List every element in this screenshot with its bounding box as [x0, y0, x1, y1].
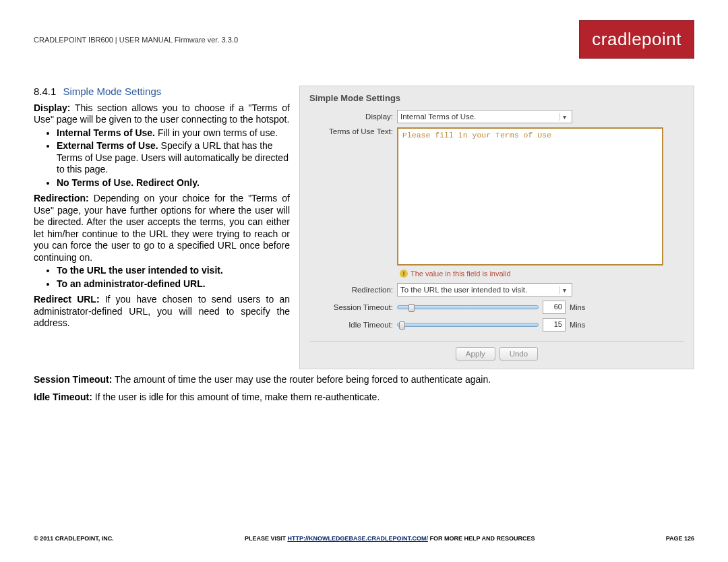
session-timeout-slider[interactable] [397, 305, 539, 309]
redirection-select-value: To the URL the user intended to visit. [400, 286, 527, 294]
settings-panel: Simple Mode Settings Display: Internal T… [299, 86, 694, 369]
opt-internal-desc: Fill in your own terms of use. [155, 127, 278, 138]
opt-external-label: External Terms of Use. [57, 140, 158, 151]
session-timeout-desc: The amount of time the user may use the … [112, 374, 491, 385]
opt-intended-url: To the URL the user intended to visit. [57, 265, 290, 277]
opt-admin-url: To an administrator-defined URL. [57, 278, 290, 290]
mins-unit: Mins [570, 303, 585, 311]
slider-thumb[interactable] [399, 321, 405, 330]
kb-link[interactable]: HTTP://KNOWLEDGEBASE.CRADLEPOINT.COM/ [287, 535, 428, 542]
header-product-text: CRADLEPOINT IBR600 | USER MANUAL Firmwar… [34, 36, 238, 44]
panel-buttons: Apply Undo [309, 341, 684, 361]
idle-timeout-value[interactable]: 15 [543, 318, 566, 332]
idle-timeout-slider[interactable] [397, 323, 539, 327]
footer-center: PLEASE VISIT HTTP://KNOWLEDGEBASE.CRADLE… [114, 535, 666, 542]
terms-of-use-textarea[interactable]: Please fill in your Terms of Use [397, 127, 663, 266]
tou-placeholder: Please fill in your Terms of Use [402, 131, 551, 139]
warning-icon: ! [400, 270, 408, 278]
display-options-list: Internal Terms of Use. Fill in your own … [34, 127, 290, 189]
redirection-select[interactable]: To the URL the user intended to visit. ▾ [397, 283, 572, 296]
apply-button[interactable]: Apply [456, 347, 495, 361]
opt-noterms-label: No Terms of Use. Redirect Only. [57, 177, 200, 188]
redirection-field-label: Redirection: [309, 286, 397, 294]
manual-text-column: 8.4.1Simple Mode Settings Display: This … [34, 86, 290, 369]
redirect-url-label: Redirect URL: [34, 294, 100, 305]
idle-timeout-label: Idle Timeout: [309, 321, 397, 329]
session-timeout-value[interactable]: 60 [543, 301, 566, 314]
page-footer: © 2011 CRADLEPOINT, INC. PLEASE VISIT HT… [34, 535, 694, 542]
section-title: Simple Mode Settings [63, 86, 161, 97]
undo-button[interactable]: Undo [499, 347, 539, 361]
footer-page-number: PAGE 126 [666, 535, 694, 542]
section-heading: 8.4.1Simple Mode Settings [34, 86, 290, 98]
display-field-label: Display: [309, 113, 397, 121]
tou-field-label: Terms of Use Text: [309, 127, 397, 135]
manual-text-full: Session Timeout: The amount of time the … [0, 369, 728, 403]
display-select[interactable]: Internal Terms of Use. ▾ [397, 110, 572, 123]
slider-thumb[interactable] [408, 304, 415, 312]
validation-error: ! The value in this field is invalid [400, 270, 684, 278]
panel-title: Simple Mode Settings [309, 93, 684, 103]
display-desc: This section allows you to choose if a "… [34, 102, 290, 125]
error-text: The value in this field is invalid [411, 270, 511, 278]
session-timeout-label: Session Timeout: [309, 303, 397, 311]
display-label: Display: [34, 102, 70, 113]
opt-internal-label: Internal Terms of Use. [57, 127, 155, 138]
redirection-label: Redirection: [34, 193, 89, 204]
display-select-value: Internal Terms of Use. [400, 113, 476, 121]
brand-logo: cradlepoint [579, 20, 694, 59]
idle-timeout-desc: If the user is idle for this amount of t… [92, 392, 380, 402]
mins-unit: Mins [570, 321, 585, 329]
chevron-down-icon: ▾ [559, 113, 569, 121]
session-timeout-label-text: Session Timeout: [34, 374, 112, 385]
idle-timeout-label-text: Idle Timeout: [34, 392, 92, 402]
page-header: CRADLEPOINT IBR600 | USER MANUAL Firmwar… [34, 20, 694, 59]
section-number: 8.4.1 [34, 86, 56, 97]
redirection-options-list: To the URL the user intended to visit. T… [34, 265, 290, 290]
footer-copyright: © 2011 CRADLEPOINT, INC. [34, 535, 114, 542]
chevron-down-icon: ▾ [559, 286, 569, 294]
